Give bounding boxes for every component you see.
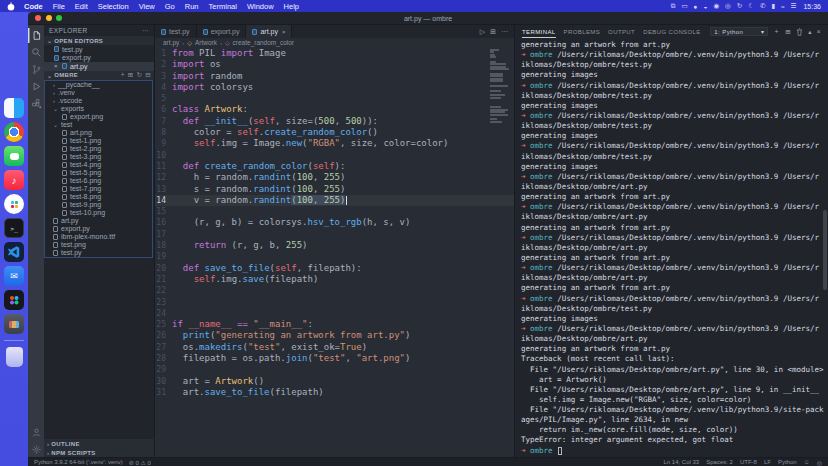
menubar-clock[interactable]: 15:36 xyxy=(803,3,821,10)
code-line[interactable]: 22 xyxy=(155,285,514,296)
breadcrumb-item[interactable]: Artwork xyxy=(195,39,217,46)
code-line[interactable]: 5 xyxy=(155,93,514,104)
vscode-icon[interactable] xyxy=(4,242,24,262)
menu-go[interactable]: Go xyxy=(165,2,175,11)
tree-item-test[interactable]: ⌄test xyxy=(45,121,152,129)
code-line[interactable]: 16 (r, g, b) = colorsys.hsv_to_rgb(h, s,… xyxy=(155,217,514,228)
code-line[interactable]: 23 xyxy=(155,297,514,308)
outline-section-header[interactable]: › OUTLINE xyxy=(44,439,154,448)
code-line[interactable]: 8 color = self.create_random_color() xyxy=(155,127,514,138)
terminal-output[interactable]: generating an artwork from art.py➜ ombre… xyxy=(515,38,828,457)
code-line[interactable]: 26 print("generating an artwork from art… xyxy=(155,330,514,341)
kill-terminal-icon[interactable] xyxy=(796,28,803,36)
menu-selection[interactable]: Selection xyxy=(98,2,129,11)
tree-item-exports[interactable]: ⌄exports xyxy=(45,105,152,113)
code-line[interactable]: 24 xyxy=(155,308,514,319)
slack-icon[interactable] xyxy=(4,194,24,214)
notifications-bell-icon[interactable]: ◎ xyxy=(817,459,822,466)
new-terminal-icon[interactable]: ＋ xyxy=(773,27,780,36)
new-file-icon[interactable]: + xyxy=(121,71,125,79)
code-line[interactable]: 6class Artwork: xyxy=(155,104,514,115)
music-icon[interactable]: ♪ xyxy=(4,170,24,190)
run-debug-icon[interactable] xyxy=(28,79,44,94)
finder-icon[interactable] xyxy=(4,98,24,118)
tree-item-export.py[interactable]: export.py xyxy=(45,225,152,233)
code-line[interactable]: 31 art.save_to_file(filepath) xyxy=(155,387,514,398)
menu-code[interactable]: Code xyxy=(24,2,43,11)
code-line[interactable]: 11 def create_random_color(self): xyxy=(155,161,514,172)
menubar-status-icon[interactable]: ◉ xyxy=(713,2,719,10)
settings-gear-icon[interactable] xyxy=(28,442,44,457)
tree-item-test-4.png[interactable]: test-4.png xyxy=(45,161,152,169)
code-line[interactable]: 10 xyxy=(155,150,514,161)
figma-icon[interactable] xyxy=(4,290,24,310)
collapse-folders-icon[interactable]: ⊟ xyxy=(145,71,151,79)
account-icon[interactable] xyxy=(28,425,44,440)
eol-status[interactable]: LF xyxy=(764,459,771,465)
project-folder-header[interactable]: ⌄ OMBRE + ⊞ ↻ ⊟ xyxy=(44,71,154,80)
breadcrumb-item[interactable]: create_random_color xyxy=(233,39,294,46)
chrome-icon[interactable] xyxy=(4,122,24,142)
menu-view[interactable]: View xyxy=(139,2,155,11)
code-editor[interactable]: 1from PIL import Image2import os3import … xyxy=(155,47,514,457)
code-line[interactable]: 28 filepath = os.path.join("test", "art.… xyxy=(155,353,514,364)
extensions-icon[interactable] xyxy=(28,96,44,111)
close-editor-icon[interactable]: × xyxy=(54,63,59,69)
menubar-status-icon[interactable]: ⧉ xyxy=(671,2,676,10)
menubar-status-icon[interactable]: ▮ xyxy=(771,2,775,10)
tree-item-art.png[interactable]: art.png xyxy=(45,129,152,137)
menubar-status-icon[interactable]: ≈ xyxy=(781,3,785,10)
tree-item-__pycache__[interactable]: ›__pycache__ xyxy=(45,81,152,89)
menubar-status-icon[interactable]: ◎ xyxy=(725,2,731,10)
code-line[interactable]: 3import random xyxy=(155,71,514,82)
tree-item-export.png[interactable]: export.png xyxy=(45,113,152,121)
menu-edit[interactable]: Edit xyxy=(75,2,88,11)
tab-art.py[interactable]: art.py× xyxy=(246,25,292,38)
tree-item-test-10.png[interactable]: test-10.png xyxy=(45,209,152,217)
menu-window[interactable]: Window xyxy=(247,2,274,11)
tree-item-test.png[interactable]: test.png xyxy=(45,241,152,249)
editor-more-actions-icon[interactable]: ⋯ xyxy=(501,28,508,36)
terminal-scrollbar[interactable] xyxy=(823,210,827,290)
code-line[interactable]: 2import os xyxy=(155,59,514,70)
minimap[interactable] xyxy=(490,49,510,123)
encoding-status[interactable]: UTF-8 xyxy=(740,459,757,465)
refresh-explorer-icon[interactable]: ↻ xyxy=(137,71,143,79)
tab-export.py[interactable]: export.py xyxy=(197,25,247,38)
code-line[interactable]: 14 v = random.randint(100, 255) xyxy=(155,195,514,206)
panel-tab-problems[interactable]: PROBLEMS xyxy=(564,25,601,38)
terminal-shell-selector[interactable]: 1: Python ▾ xyxy=(710,27,768,36)
code-line[interactable]: 4import colorsys xyxy=(155,82,514,93)
tree-item-ibm-plex-mono.ttf[interactable]: ibm-plex-mono.ttf xyxy=(45,233,152,241)
code-line[interactable]: 29 xyxy=(155,364,514,375)
code-line[interactable]: 1from PIL import Image xyxy=(155,48,514,59)
tree-item-test-1.png[interactable]: test-1.png xyxy=(45,137,152,145)
open-editor-export.py[interactable]: export.py xyxy=(44,54,154,63)
menu-terminal[interactable]: Terminal xyxy=(209,2,237,11)
split-terminal-icon[interactable]: ⊞ xyxy=(785,28,791,36)
split-editor-icon[interactable]: ⊞ xyxy=(490,28,496,36)
code-line[interactable]: 27 os.makedirs("test", exist_ok=True) xyxy=(155,342,514,353)
tree-item-test-6.png[interactable]: test-6.png xyxy=(45,177,152,185)
explorer-icon[interactable] xyxy=(28,28,44,43)
code-line[interactable]: 13 s = random.randint(100, 255) xyxy=(155,184,514,195)
code-line[interactable]: 15 xyxy=(155,206,514,217)
tree-item-test-3.png[interactable]: test-3.png xyxy=(45,153,152,161)
tree-item-test-5.png[interactable]: test-5.png xyxy=(45,169,152,177)
tree-item-test-8.png[interactable]: test-8.png xyxy=(45,193,152,201)
tree-item-test.py[interactable]: test.py xyxy=(45,249,152,257)
tree-item-test-2.png[interactable]: test-2.png xyxy=(45,145,152,153)
code-line[interactable]: 7 def __init__(self, size=(500, 500)): xyxy=(155,116,514,127)
sidebar-more-actions-icon[interactable]: ⋯ xyxy=(142,27,149,35)
close-window-button[interactable] xyxy=(35,15,41,21)
menubar-status-icon[interactable]: ✆ xyxy=(760,2,765,10)
code-line[interactable]: 17 xyxy=(155,229,514,240)
menubar-status-icon[interactable]: ☾ xyxy=(748,2,754,10)
code-line[interactable]: 20 def save_to_file(self, filepath): xyxy=(155,263,514,274)
menu-help[interactable]: Help xyxy=(284,2,299,11)
code-line[interactable]: 9 self.img = Image.new("RGBA", size, col… xyxy=(155,138,514,149)
panel-tab-debug-console[interactable]: DEBUG CONSOLE xyxy=(643,25,701,38)
code-line[interactable]: 30 art = Artwork() xyxy=(155,376,514,387)
indentation-status[interactable]: Spaces: 2 xyxy=(706,459,733,465)
menubar-status-icon[interactable]: ↻ xyxy=(737,2,742,10)
